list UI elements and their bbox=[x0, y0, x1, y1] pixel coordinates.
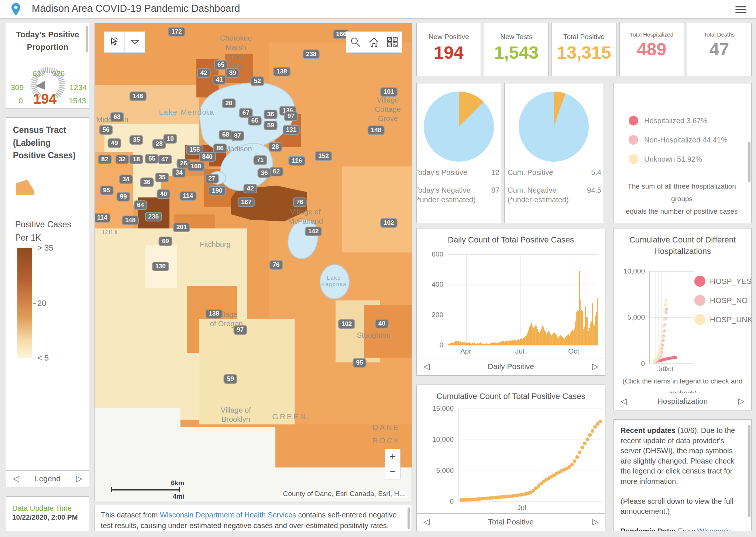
tract-badge-56[interactable]: 56 bbox=[99, 125, 113, 135]
tract-badge-160[interactable]: 160 bbox=[188, 162, 205, 171]
tract-badge-47[interactable]: 47 bbox=[158, 155, 172, 164]
chart-legend-item-hosp_yes[interactable]: HOSP_YES bbox=[694, 276, 753, 287]
tract-badge-64[interactable]: 64 bbox=[134, 200, 147, 210]
wisconsin-link[interactable]: Wisconsin bbox=[697, 527, 731, 531]
tract-badge-95[interactable]: 95 bbox=[353, 358, 367, 368]
tract-badge-42[interactable]: 42 bbox=[197, 68, 211, 78]
zoom-in-button[interactable]: + bbox=[385, 449, 400, 464]
tract-badge-82[interactable]: 82 bbox=[98, 155, 111, 164]
tract-badge-840[interactable]: 840 bbox=[199, 152, 216, 162]
tract-badge-68[interactable]: 68 bbox=[110, 112, 124, 122]
tract-badge-71[interactable]: 71 bbox=[253, 155, 267, 165]
home-button[interactable] bbox=[365, 32, 383, 52]
tract-badge-116[interactable]: 116 bbox=[289, 156, 305, 166]
chart-title: Cumulative Count of Total Positive Cases bbox=[417, 391, 605, 402]
tract-badge-76[interactable]: 76 bbox=[293, 197, 307, 207]
y-axis-tick: 0 bbox=[619, 359, 645, 368]
tract-badge-36[interactable]: 36 bbox=[264, 110, 278, 119]
tract-badge-35[interactable]: 35 bbox=[130, 135, 143, 145]
gauge-panel: Today's Positive Proportion 617 926 309 … bbox=[6, 23, 89, 109]
tract-badge-62[interactable]: 62 bbox=[269, 167, 283, 176]
tab-total-positive[interactable]: Total Positive bbox=[417, 514, 605, 530]
tract-badge-138[interactable]: 138 bbox=[205, 309, 222, 319]
tract-badge-36[interactable]: 36 bbox=[258, 168, 271, 178]
tract-badge-146[interactable]: 146 bbox=[130, 92, 147, 101]
next-tab-arrow[interactable]: ▷ bbox=[76, 471, 82, 487]
tract-badge-40[interactable]: 40 bbox=[375, 319, 389, 328]
tract-badge-102[interactable]: 102 bbox=[380, 218, 397, 228]
tract-badge-190[interactable]: 190 bbox=[209, 186, 226, 196]
tract-badge-32[interactable]: 32 bbox=[115, 155, 129, 164]
tract-badge-34[interactable]: 34 bbox=[172, 168, 186, 178]
recent-updates-panel: Recent updates (10/6): Due to the recent… bbox=[614, 419, 752, 531]
chart-legend-item-hosp_unk[interactable]: HOSP_UNK bbox=[694, 314, 753, 325]
tract-badge-65[interactable]: 65 bbox=[248, 116, 262, 125]
tract-badge-148[interactable]: 148 bbox=[368, 125, 385, 135]
tract-badge-59[interactable]: 59 bbox=[224, 374, 237, 384]
tract-badge-102[interactable]: 102 bbox=[338, 319, 355, 329]
scrollbar-thumb[interactable] bbox=[748, 425, 750, 517]
bookmarks-button[interactable] bbox=[383, 32, 402, 52]
tract-badge-95[interactable]: 95 bbox=[100, 186, 113, 195]
next-tab-arrow[interactable]: ▷ bbox=[592, 358, 598, 375]
tract-badge-10[interactable]: 10 bbox=[164, 134, 177, 144]
tract-badge-65[interactable]: 65 bbox=[214, 60, 228, 70]
tract-badge-40[interactable]: 40 bbox=[157, 189, 171, 199]
tract-badge-235[interactable]: 235 bbox=[145, 212, 162, 221]
tract-badge-101[interactable]: 101 bbox=[380, 87, 397, 97]
tract-badge-87[interactable]: 87 bbox=[231, 131, 244, 141]
scrollbar-thumb[interactable] bbox=[408, 507, 410, 529]
tract-badge-97[interactable]: 97 bbox=[284, 111, 298, 121]
tract-badge-142[interactable]: 142 bbox=[305, 227, 322, 236]
map[interactable]: Cherokee Marsh North UnitLake MendotaMid… bbox=[94, 23, 412, 501]
tract-badge-114[interactable]: 114 bbox=[180, 191, 196, 201]
tool-dropdown-button[interactable] bbox=[125, 32, 145, 52]
tract-badge-35[interactable]: 35 bbox=[155, 173, 169, 182]
tract-badge-167[interactable]: 167 bbox=[238, 197, 255, 207]
tract-badge-55[interactable]: 55 bbox=[145, 154, 159, 163]
zoom-out-button[interactable]: − bbox=[385, 464, 400, 479]
tract-badge-138[interactable]: 138 bbox=[273, 67, 290, 76]
tract-badge-148[interactable]: 148 bbox=[122, 216, 139, 225]
tract-badge-130[interactable]: 130 bbox=[152, 262, 169, 271]
tract-badge-172[interactable]: 172 bbox=[168, 27, 185, 37]
tract-badge-76[interactable]: 76 bbox=[269, 260, 283, 270]
scrollbar-thumb[interactable] bbox=[86, 26, 88, 52]
tract-badge-34[interactable]: 34 bbox=[119, 175, 133, 184]
search-button[interactable] bbox=[346, 32, 365, 52]
select-tool-button[interactable] bbox=[104, 32, 125, 52]
tract-badge-99[interactable]: 99 bbox=[117, 192, 130, 202]
tract-badge-201[interactable]: 201 bbox=[173, 223, 190, 232]
tract-badge-27[interactable]: 27 bbox=[205, 174, 219, 183]
dhs-link[interactable]: Wisconsin Department of Health Services bbox=[160, 511, 296, 519]
y-axis-tick: 5,000 bbox=[619, 313, 645, 321]
tract-badge-114[interactable]: 114 bbox=[94, 213, 110, 223]
tract-badge-152[interactable]: 152 bbox=[315, 151, 332, 161]
tab-hospitalization[interactable]: Hospitalization bbox=[614, 393, 751, 409]
chart-legend-item-hosp_no[interactable]: HOSP_NO bbox=[694, 295, 753, 306]
stat-label: New Positive bbox=[417, 33, 481, 41]
tract-badge-86[interactable]: 86 bbox=[213, 144, 227, 153]
tract-badge-238[interactable]: 238 bbox=[303, 49, 320, 59]
next-tab-arrow[interactable]: ▷ bbox=[738, 393, 745, 409]
tract-badge-97[interactable]: 97 bbox=[233, 325, 247, 335]
next-tab-arrow[interactable]: ▷ bbox=[592, 514, 598, 530]
tab-daily-positive[interactable]: Daily Positive bbox=[417, 358, 605, 375]
tract-badge-131[interactable]: 131 bbox=[283, 125, 300, 135]
tract-badge-59[interactable]: 59 bbox=[264, 121, 278, 130]
tract-badge-69[interactable]: 69 bbox=[159, 237, 172, 246]
hosp-chart-legend: HOSP_YESHOSP_NOHOSP_UNK bbox=[694, 276, 753, 333]
menu-icon[interactable] bbox=[735, 4, 746, 15]
tract-badge-52[interactable]: 52 bbox=[251, 76, 264, 86]
tract-badge-49[interactable]: 49 bbox=[108, 138, 121, 148]
tract-badge-28[interactable]: 28 bbox=[269, 142, 282, 152]
tract-badge-41[interactable]: 41 bbox=[213, 75, 226, 85]
tract-badge-42[interactable]: 42 bbox=[244, 184, 257, 193]
tract-badge-89[interactable]: 89 bbox=[226, 68, 240, 78]
tract-badge-36[interactable]: 36 bbox=[140, 178, 154, 187]
legend-dot-icon bbox=[629, 116, 638, 125]
scrollbar-thumb[interactable] bbox=[748, 142, 750, 182]
place-label: ROCK bbox=[372, 436, 401, 445]
tract-badge-20[interactable]: 20 bbox=[222, 99, 236, 108]
tract-badge-18[interactable]: 18 bbox=[130, 155, 143, 164]
